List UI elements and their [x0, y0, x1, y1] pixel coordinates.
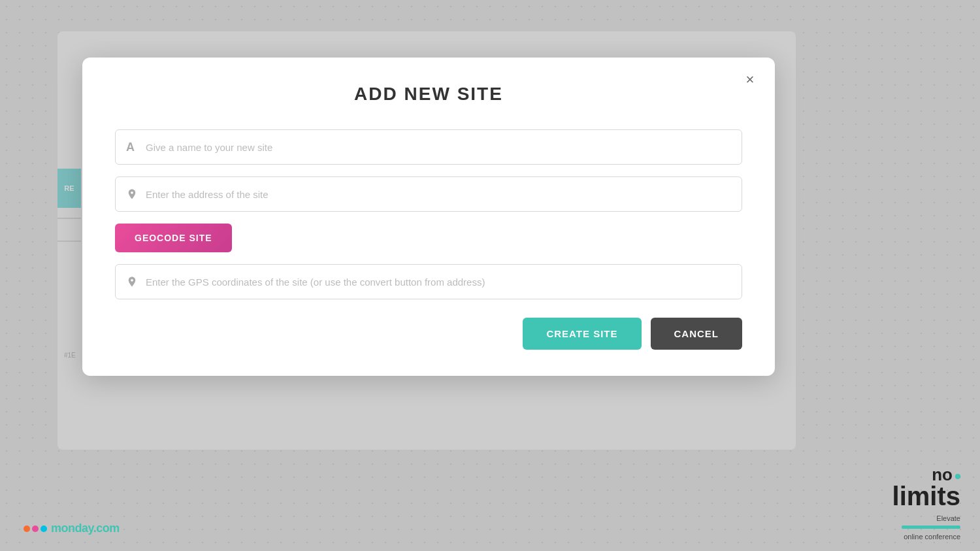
green-bar — [902, 526, 960, 529]
modal-title: ADD NEW SITE — [115, 84, 742, 105]
no-limits-badge: no limits Elevate online conference — [892, 466, 960, 542]
name-icon: A — [126, 141, 138, 153]
monday-logo: monday.com — [24, 522, 120, 535]
dot-orange — [24, 526, 30, 532]
elevate-text: Elevate — [936, 514, 960, 522]
no-dot — [955, 474, 960, 479]
address-pin-icon — [126, 188, 138, 200]
address-input[interactable] — [146, 189, 731, 200]
no-text: no — [932, 466, 953, 483]
elevate-line: Elevate online conference — [892, 512, 960, 542]
dot-blue — [41, 526, 47, 532]
cancel-button[interactable]: CANCEL — [651, 318, 743, 350]
monday-dots — [24, 526, 47, 532]
geocode-button[interactable]: GEOCODE SITE — [115, 224, 232, 252]
add-new-site-modal: × ADD NEW SITE A GEOCODE SITE — [82, 58, 775, 376]
close-button[interactable]: × — [740, 69, 760, 90]
monday-text: monday.com — [51, 522, 120, 535]
modal-overlay: × ADD NEW SITE A GEOCODE SITE — [0, 0, 980, 551]
address-input-row — [115, 176, 742, 212]
gps-input[interactable] — [146, 276, 731, 288]
action-buttons: CREATE SITE CANCEL — [115, 318, 742, 350]
create-site-button[interactable]: CREATE SITE — [523, 318, 641, 350]
site-name-input[interactable] — [146, 142, 731, 153]
gps-pin-icon — [126, 276, 138, 288]
no-limits-top: no — [892, 466, 960, 483]
online-conference-text: online conference — [904, 533, 960, 541]
gps-input-row — [115, 264, 742, 299]
limits-text: limits — [892, 483, 960, 509]
site-name-input-row: A — [115, 129, 742, 165]
dot-pink — [32, 526, 39, 532]
